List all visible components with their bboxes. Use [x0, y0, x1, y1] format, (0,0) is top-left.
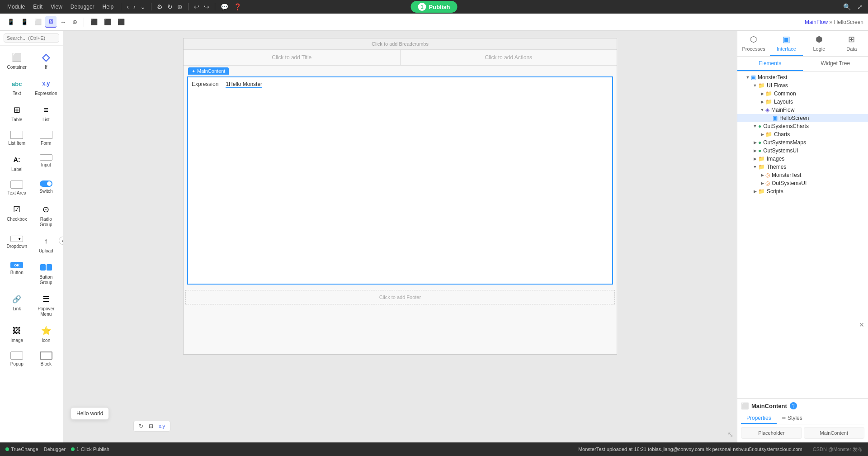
tab-logic[interactable]: ⬢ Logic	[803, 31, 835, 56]
prop-tab-styles[interactable]: ✏ Styles	[777, 413, 808, 424]
mainflow-icon: ◈	[765, 107, 769, 113]
tree-node-layouts[interactable]: ▶ 📁 Layouts	[737, 98, 868, 106]
menu-help[interactable]: Help	[99, 3, 118, 11]
widget-popup[interactable]: Popup	[3, 348, 31, 370]
widget-list[interactable]: ≡ List	[32, 101, 61, 126]
prop-tab-properties[interactable]: Properties	[741, 413, 777, 424]
canvas-expression-button[interactable]: x.y	[157, 423, 166, 429]
canvas-actions-area[interactable]: Click to add Actions	[401, 50, 617, 65]
tree-node-monstertest[interactable]: ▼ ▣ MonsterTest	[737, 73, 868, 81]
widget-input[interactable]: Input	[32, 151, 61, 176]
tab-data[interactable]: ⊞ Data	[835, 31, 868, 56]
tree-node-monstertest-theme[interactable]: ▶ ◎ MonsterTest	[737, 171, 868, 179]
menu-view[interactable]: View	[47, 3, 66, 11]
menu-debugger[interactable]: Debugger	[67, 3, 98, 11]
footer-placeholder[interactable]: Click to add Footer	[379, 294, 421, 300]
device-mobile-portrait[interactable]: 📱	[5, 17, 17, 27]
tree-node-images[interactable]: ▶ 📁 Images	[737, 155, 868, 163]
widget-text-label: Text	[13, 91, 21, 96]
undo-button[interactable]: ↩	[192, 2, 201, 11]
canvas-title-area[interactable]: Click to add Title	[184, 50, 401, 65]
tree-arrow-outsystemsmaps: ▶	[752, 140, 758, 145]
settings-icon[interactable]: ⚙	[155, 2, 165, 11]
breadcrumb-flow[interactable]: MainFlow	[805, 19, 828, 25]
menu-edit[interactable]: Edit	[29, 3, 46, 11]
canvas-breadcrumb-bar[interactable]: Click to add Breadcrumbs	[184, 38, 617, 50]
redo-button[interactable]: ↪	[202, 2, 211, 11]
refresh-icon[interactable]: ↻	[165, 2, 175, 11]
tree-label-layouts: Layouts	[774, 99, 793, 105]
device-desktop[interactable]: 🖥	[45, 16, 57, 28]
resize-handle[interactable]: ⤡	[727, 430, 733, 439]
canvas-main-content[interactable]: ✦ MainContent Expression 1Hello Monster	[187, 76, 613, 285]
align-right-button[interactable]: ⬛	[115, 17, 127, 27]
widget-link[interactable]: 🔗 Link	[3, 290, 31, 321]
widget-icon-widget[interactable]: ⭐ Icon	[32, 322, 61, 347]
tree-node-themes[interactable]: ▼ 📁 Themes	[737, 163, 868, 171]
tree-node-uiflows[interactable]: ▼ 📁 UI Flows	[737, 81, 868, 90]
canvas-frame-button[interactable]: ⊡	[147, 423, 155, 430]
device-tablet[interactable]: ⬜	[32, 17, 44, 27]
align-left-button[interactable]: ⬛	[88, 17, 100, 27]
forward-button[interactable]: ›	[132, 2, 137, 11]
search-input[interactable]	[4, 33, 59, 43]
tree-label-monstertest-theme: MonsterTest	[772, 172, 801, 178]
widget-dropdown[interactable]: ▼ Dropdown	[3, 232, 31, 257]
device-responsive[interactable]: ↔	[57, 17, 69, 27]
status-debugger[interactable]: Debugger	[44, 446, 66, 452]
tree-node-common[interactable]: ▶ 📁 Common	[737, 90, 868, 98]
prop-field-placeholder[interactable]: Placeholder	[741, 427, 802, 439]
widget-upload[interactable]: ↑ Upload	[32, 232, 61, 257]
widget-label[interactable]: A: Label	[3, 151, 31, 176]
tree-node-outsystemsui[interactable]: ▶ ● OutSystemsUI	[737, 147, 868, 155]
textarea-icon	[10, 180, 23, 189]
tree-node-mainflow[interactable]: ▼ ◈ MainFlow	[737, 106, 868, 114]
help-icon[interactable]: ❓	[232, 2, 243, 11]
widget-table[interactable]: ⊞ Table	[3, 101, 31, 126]
widget-list-item[interactable]: List Item	[3, 127, 31, 150]
device-custom[interactable]: ⊕	[70, 17, 80, 27]
widget-checkbox[interactable]: ☑ Checkbox	[3, 200, 31, 231]
properties-help-button[interactable]: ?	[790, 402, 797, 409]
tree-arrow-outsystemscharts: ▼	[752, 124, 758, 128]
widget-radio-group[interactable]: ⊙ Radio Group	[32, 200, 61, 231]
widget-expression[interactable]: x.y Expression	[32, 75, 61, 100]
align-center-button[interactable]: ⬛	[101, 17, 114, 27]
history-actions: ↩ ↪	[192, 2, 211, 11]
tree-node-charts[interactable]: ▶ 📁 Charts	[737, 130, 868, 138]
nav-down-button[interactable]: ⌄	[138, 2, 147, 11]
widget-container[interactable]: ⬜ Container	[3, 48, 31, 74]
tree-node-outsystemscharts[interactable]: ▼ ● OutSystemsCharts	[737, 122, 868, 130]
tab-elements[interactable]: Elements	[737, 57, 803, 71]
canvas-refresh-button[interactable]: ↻	[137, 423, 145, 430]
tree-node-helloscreen[interactable]: ▣ HelloScreen	[737, 114, 868, 122]
publish-button[interactable]: 1 Publish	[411, 1, 458, 13]
chat-button[interactable]: 💬	[219, 2, 230, 11]
tree-node-outsystemsmaps[interactable]: ▶ ● OutSystemsMaps	[737, 138, 868, 147]
widget-button[interactable]: OK Button	[3, 258, 31, 289]
close-panel-button[interactable]: ✕	[859, 321, 864, 328]
widget-block[interactable]: Block	[32, 348, 61, 370]
widget-form[interactable]: Form	[32, 127, 61, 150]
widget-text[interactable]: abc Text	[3, 75, 31, 100]
device-mobile-landscape[interactable]: 📱	[18, 17, 31, 27]
maximize-icon[interactable]: ⤢	[855, 2, 864, 11]
prop-field-maincontent[interactable]: MainContent	[804, 427, 865, 439]
tab-widget-tree[interactable]: Widget Tree	[803, 57, 868, 71]
widget-textarea[interactable]: Text Area	[3, 177, 31, 200]
back-button[interactable]: ‹	[125, 2, 131, 11]
widget-popover-menu[interactable]: ☰ Popover Menu	[32, 290, 61, 321]
widget-switch-label: Switch	[39, 189, 52, 194]
search-icon[interactable]: 🔍	[841, 2, 853, 11]
widget-switch[interactable]: Switch	[32, 177, 61, 200]
menu-module[interactable]: Module	[4, 3, 28, 11]
widget-button-group[interactable]: Button Group	[32, 258, 61, 289]
expression-value[interactable]: 1Hello Monster	[226, 81, 262, 88]
tab-processes[interactable]: ⬡ Processes	[737, 31, 770, 56]
widget-image[interactable]: 🖼 Image	[3, 322, 31, 347]
tree-node-scripts[interactable]: ▶ 📁 Scripts	[737, 187, 868, 195]
tab-interface[interactable]: ▣ Interface	[770, 31, 802, 56]
widget-if[interactable]: ◇ If	[32, 48, 61, 74]
hello-world-text: Hello world	[76, 410, 103, 417]
tree-node-outsystemsui-theme[interactable]: ▶ ◎ OutSystemsUI	[737, 179, 868, 187]
